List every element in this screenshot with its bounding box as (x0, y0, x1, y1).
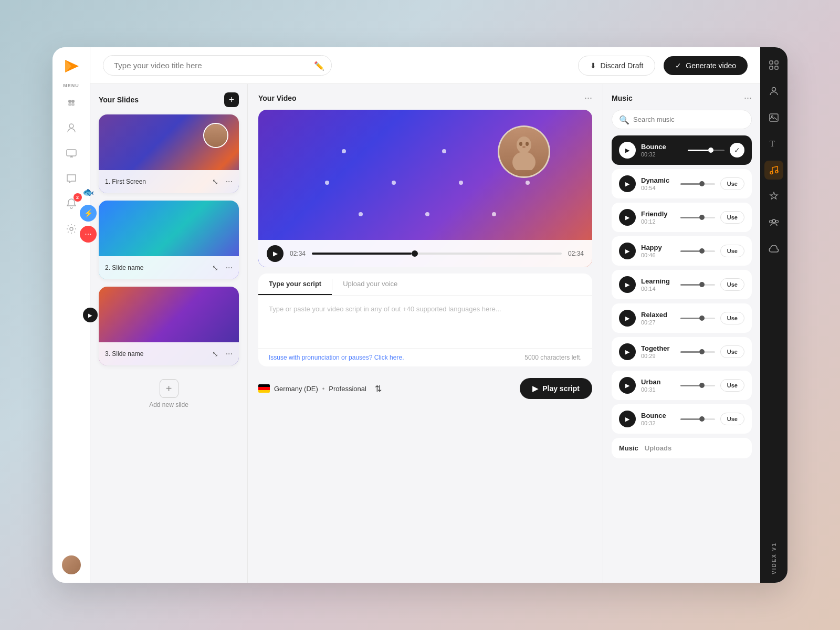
tab-type-script[interactable]: Type your script (258, 274, 332, 295)
video-progress-thumb (412, 250, 418, 257)
sidebar-icon-chat[interactable] (63, 170, 80, 187)
track-slider-7[interactable] (680, 351, 715, 353)
sidebar-menu-label: MENU (63, 83, 79, 88)
sidebar-icon-settings[interactable] (63, 220, 80, 237)
track-slider-thumb-3 (699, 215, 705, 220)
slide-expand-btn-3[interactable]: ⤡ (209, 348, 222, 360)
music-search-input[interactable] (612, 110, 752, 129)
sidebar-icon-person[interactable] (63, 120, 80, 136)
video-time-current: 02:34 (290, 250, 306, 257)
slide-more-btn-1[interactable]: ··· (226, 177, 233, 186)
track-slider-fill-1 (688, 150, 708, 151)
lightning-btn[interactable]: ⚡ (80, 205, 97, 222)
track-use-btn-6[interactable]: Use (720, 312, 744, 324)
ri-person-icon[interactable] (764, 82, 783, 101)
track-play-btn-4[interactable]: ▶ (619, 243, 636, 259)
slide-thumb-1[interactable]: 1. First Screen ⤡ ··· (99, 114, 239, 193)
track-check-1[interactable]: ✓ (730, 143, 744, 158)
video-title-input[interactable] (103, 55, 332, 76)
music-more-btn[interactable]: ··· (744, 92, 752, 103)
ri-grid-icon[interactable] (764, 56, 783, 75)
play-script-button[interactable]: ▶ Play script (520, 378, 592, 399)
music-tab-uploads[interactable]: Uploads (645, 444, 671, 452)
track-play-btn-9[interactable]: ▶ (619, 411, 636, 427)
tab-upload-voice[interactable]: Upload your voice (332, 274, 408, 295)
track-slider-3[interactable] (680, 217, 715, 218)
track-slider-bar-9 (680, 418, 715, 420)
track-use-btn-8[interactable]: Use (720, 379, 744, 392)
svg-point-13 (519, 142, 522, 146)
sort-icon[interactable]: ⇅ (375, 384, 382, 394)
svg-rect-19 (775, 66, 778, 69)
language-selector[interactable]: Germany (DE) • Professional ⇅ (258, 384, 382, 394)
slides-add-button[interactable]: + (224, 92, 239, 107)
slide-thumb-3[interactable]: 3. Slide name ⤡ ··· (99, 287, 239, 365)
track-play-btn-1[interactable]: ▶ (619, 142, 636, 159)
sidebar-avatar[interactable] (62, 555, 81, 574)
track-play-btn-6[interactable]: ▶ (619, 310, 636, 327)
track-slider-4[interactable] (680, 250, 715, 252)
track-use-btn-7[interactable]: Use (720, 345, 744, 358)
track-play-btn-8[interactable]: ▶ (619, 377, 636, 394)
generate-video-button[interactable]: ✓ Generate video (664, 56, 748, 75)
video-play-button[interactable]: ▶ (267, 245, 284, 262)
svg-point-20 (772, 88, 776, 91)
music-tab-music[interactable]: Music (619, 444, 638, 452)
track-play-btn-3[interactable]: ▶ (619, 209, 636, 226)
track-duration-2: 00:54 (641, 185, 675, 191)
svg-point-14 (526, 142, 529, 146)
track-play-btn-2[interactable]: ▶ (619, 175, 636, 192)
ri-star-icon[interactable] (764, 187, 783, 206)
svg-point-11 (517, 136, 531, 153)
slide-expand-btn-1[interactable]: ⤡ (209, 175, 222, 188)
track-play-btn-5[interactable]: ▶ (619, 276, 636, 293)
track-slider-5[interactable] (680, 284, 715, 286)
dots-btn[interactable]: ··· (80, 226, 97, 243)
track-use-btn-4[interactable]: Use (720, 245, 744, 257)
slide-expand-btn-2[interactable]: ⤡ (209, 261, 222, 274)
track-use-btn-5[interactable]: Use (720, 278, 744, 291)
ri-image-icon[interactable] (764, 108, 783, 127)
sidebar-icon-display[interactable] (63, 145, 80, 162)
slides-header: Your Slides + (99, 92, 239, 107)
track-slider-9[interactable] (680, 418, 715, 420)
sidebar-icon-grid[interactable] (63, 94, 80, 111)
track-slider-bar-3 (680, 217, 715, 218)
video-player[interactable]: ▶ 02:34 02:34 (258, 110, 592, 267)
script-body[interactable]: Type or paste your video script in any o… (258, 296, 592, 348)
video-progress-bar[interactable] (312, 253, 562, 255)
track-name-2: Dynamic (641, 176, 675, 185)
track-play-btn-7[interactable]: ▶ (619, 343, 636, 360)
discard-draft-button[interactable]: ⬇ Discard Draft (578, 56, 656, 76)
script-hint-link[interactable]: Issuse with pronunciation or pauses? Cli… (269, 354, 404, 361)
track-info-4: Happy 00:46 (641, 244, 675, 259)
track-info-5: Learning 00:14 (641, 277, 675, 292)
ri-music-icon[interactable] (764, 161, 783, 180)
svg-point-25 (775, 171, 778, 173)
slide-more-btn-3[interactable]: ··· (226, 349, 233, 359)
slide-name-2: 2. Slide name (105, 264, 143, 271)
svg-point-26 (772, 219, 775, 223)
ri-group-icon[interactable] (764, 213, 783, 232)
logo[interactable] (61, 56, 82, 79)
track-slider-2[interactable] (680, 183, 715, 185)
track-duration-3: 00:12 (641, 218, 675, 225)
track-slider-1[interactable] (688, 150, 724, 151)
ri-cloud-icon[interactable] (764, 239, 783, 258)
video-more-btn[interactable]: ··· (584, 92, 592, 103)
sidebar-play-toggle[interactable]: ▶ (83, 308, 98, 322)
ri-text-icon[interactable]: T (764, 134, 783, 153)
track-slider-8[interactable] (680, 385, 715, 386)
track-use-btn-2[interactable]: Use (720, 177, 744, 190)
fish-icon-btn[interactable]: 🐟 (80, 184, 97, 201)
track-slider-6[interactable] (680, 318, 715, 319)
slide-more-btn-2[interactable]: ··· (226, 263, 233, 272)
track-use-btn-3[interactable]: Use (720, 211, 744, 224)
track-use-btn-9[interactable]: Use (720, 413, 744, 425)
title-input-wrapper: ✏️ (103, 55, 332, 76)
video-controls: ▶ 02:34 02:34 (258, 240, 592, 267)
slide-thumb-2[interactable]: 2. Slide name ⤡ ··· (99, 201, 239, 279)
sidebar-notification[interactable]: 2 (63, 195, 80, 212)
slide-avatar-1 (203, 123, 228, 148)
add-slide-row[interactable]: + Add new slide (99, 373, 239, 415)
